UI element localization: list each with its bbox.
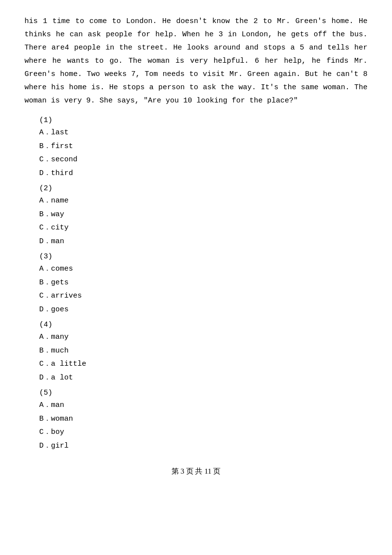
question-2-option-3[interactable]: C．city — [39, 222, 368, 234]
question-4-option-1[interactable]: A．many — [39, 331, 368, 344]
passage-text: his 1 time to come to London. He doesn't… — [24, 15, 368, 107]
question-number-3: (3) — [39, 252, 368, 261]
question-group-4: (4)A．manyB．muchC．a littleD．a lot — [24, 321, 368, 384]
question-2-option-2[interactable]: B．way — [39, 208, 368, 221]
question-group-3: (3)A．comesB．getsC．arrivesD．goes — [24, 252, 368, 316]
question-number-1: (1) — [39, 116, 368, 125]
questions-container: (1)A．lastB．firstC．secondD．third(2)A．name… — [24, 116, 368, 452]
question-3-option-3[interactable]: C．arrives — [39, 290, 368, 303]
question-4-option-3[interactable]: C．a little — [39, 358, 368, 371]
question-group-5: (5)A．manB．womanC．boyD．girl — [24, 389, 368, 452]
question-3-option-1[interactable]: A．comes — [39, 263, 368, 276]
question-1-option-2[interactable]: B．first — [39, 140, 368, 153]
question-number-2: (2) — [39, 184, 368, 193]
question-number-5: (5) — [39, 389, 368, 397]
question-5-option-4[interactable]: D．girl — [39, 440, 368, 453]
question-1-option-4[interactable]: D．third — [39, 167, 368, 180]
question-4-option-4[interactable]: D．a lot — [39, 372, 368, 384]
question-1-option-3[interactable]: C．second — [39, 153, 368, 166]
question-2-option-4[interactable]: D．man — [39, 235, 368, 248]
page-footer: 第 3 页 共 11 页 — [24, 467, 368, 476]
question-3-option-4[interactable]: D．goes — [39, 303, 368, 316]
question-number-4: (4) — [39, 321, 368, 329]
question-3-option-2[interactable]: B．gets — [39, 277, 368, 289]
question-5-option-1[interactable]: A．man — [39, 399, 368, 412]
question-group-1: (1)A．lastB．firstC．secondD．third — [24, 116, 368, 179]
question-2-option-1[interactable]: A．name — [39, 195, 368, 207]
question-group-2: (2)A．nameB．wayC．cityD．man — [24, 184, 368, 248]
question-5-option-3[interactable]: C．boy — [39, 426, 368, 439]
question-1-option-1[interactable]: A．last — [39, 126, 368, 139]
question-4-option-2[interactable]: B．much — [39, 345, 368, 357]
question-5-option-2[interactable]: B．woman — [39, 413, 368, 426]
